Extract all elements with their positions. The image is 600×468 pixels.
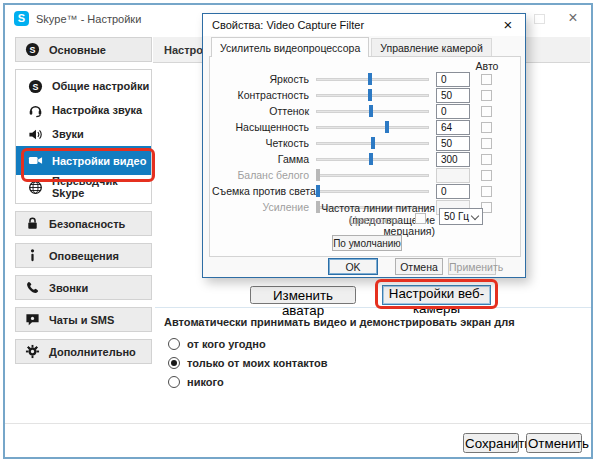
colorenable-checkbox[interactable] xyxy=(415,213,426,224)
sidebar-item-sounds[interactable]: Звуки xyxy=(16,122,151,146)
radio-button[interactable] xyxy=(168,357,180,369)
sidebar-item-label: Переводчик Skype xyxy=(52,175,151,199)
radio-label: от кого угодно xyxy=(187,338,266,350)
slider-gamma[interactable] xyxy=(316,152,429,166)
sidebar-item-video-settings[interactable]: Настройки видео xyxy=(16,146,151,175)
radio-option-no-one[interactable]: никого xyxy=(168,374,328,390)
dialog-title-bar: Свойства: Video Capture Filter × xyxy=(203,14,525,36)
auto-accept-radio-group: от кого угоднотолько от моих контактовни… xyxy=(168,336,328,393)
slider-row-backlight-comp: Съемка против света0 xyxy=(212,183,520,199)
slider-thumb[interactable] xyxy=(385,121,389,133)
slider-thumb[interactable] xyxy=(316,185,320,197)
sidebar-subpanel: SОбщие настройкиНастройка звукаЗвукиНаст… xyxy=(15,69,152,204)
sidebar-item-calls[interactable]: Звонки xyxy=(15,275,152,300)
change-avatar-button[interactable]: Изменить аватар xyxy=(250,286,356,304)
slider-label: Оттенок xyxy=(212,105,316,117)
tab-video-proc-amp[interactable]: Усилитель видеопроцессора xyxy=(211,37,369,57)
slider-track xyxy=(316,190,429,193)
slider-contrast[interactable] xyxy=(316,88,429,102)
slider-value-hue[interactable]: 0 xyxy=(436,104,470,119)
radio-option-anyone[interactable]: от кого угодно xyxy=(168,336,328,352)
auto-checkbox-contrast[interactable] xyxy=(481,90,492,101)
sidebar-item-chats-sms[interactable]: Чаты и SMS xyxy=(15,307,152,332)
slider-saturation[interactable] xyxy=(316,120,429,134)
slider-value-brightness[interactable]: 0 xyxy=(436,72,470,87)
video-capture-filter-dialog: Свойства: Video Capture Filter × Усилите… xyxy=(202,13,526,278)
slider-thumb[interactable] xyxy=(368,73,372,85)
auto-accept-title: Автоматически принимать видео и демонстр… xyxy=(164,316,515,328)
dialog-close-button[interactable]: × xyxy=(499,16,517,33)
slider-row-contrast: Контрастность50 xyxy=(212,87,520,103)
radio-button[interactable] xyxy=(168,338,180,350)
slider-label: Насыщенность xyxy=(212,121,316,133)
sidebar-item-skype-translator[interactable]: Переводчик Skype xyxy=(16,175,151,199)
slider-backlight-comp[interactable] xyxy=(316,184,429,198)
auto-checkbox-backlight-comp[interactable] xyxy=(481,186,492,197)
slider-value-sharpness[interactable]: 50 xyxy=(436,136,470,151)
radio-option-contacts-only[interactable]: только от моих контактов xyxy=(168,355,328,371)
slider-value-contrast[interactable]: 50 xyxy=(436,88,470,103)
sidebar-item-label: Общие настройки xyxy=(52,80,149,92)
slider-value-gamma[interactable]: 300 xyxy=(436,152,470,167)
slider-value-saturation[interactable]: 64 xyxy=(436,120,470,135)
slider-label: Усиление xyxy=(212,201,316,213)
slider-thumb[interactable] xyxy=(369,105,373,117)
window-title: Skype™ - Настройки xyxy=(36,13,141,25)
default-button[interactable]: По умолчанию xyxy=(332,235,402,251)
slider-label: Яркость xyxy=(212,73,316,85)
auto-checkbox-hue[interactable] xyxy=(481,106,492,117)
dialog-cancel-button[interactable]: Отмена xyxy=(395,258,443,275)
auto-checkbox-brightness[interactable] xyxy=(481,74,492,85)
cancel-button[interactable]: Отменить xyxy=(526,433,582,453)
webcam-settings-button[interactable]: Настройки веб-камеры xyxy=(382,285,491,305)
slider-row-brightness: Яркость0 xyxy=(212,71,520,87)
skype-logo-icon: S xyxy=(14,11,29,26)
auto-checkbox-gamma[interactable] xyxy=(481,154,492,165)
sidebar-item-label: Звонки xyxy=(49,282,88,294)
chat-icon xyxy=(25,312,40,327)
slider-rows: Яркость0Контрастность50Оттенок0Насыщенно… xyxy=(212,71,520,215)
slider-value-backlight-comp[interactable]: 0 xyxy=(436,184,470,199)
sidebar-item-label: Звуки xyxy=(52,128,84,140)
video-camera-icon xyxy=(28,153,43,168)
slider-row-hue: Оттенок0 xyxy=(212,103,520,119)
slider-label: Четкость xyxy=(212,137,316,149)
slider-hue[interactable] xyxy=(316,104,429,118)
headset-icon xyxy=(28,103,43,118)
maximize-icon[interactable] xyxy=(534,14,545,24)
globe-icon xyxy=(28,180,43,195)
sidebar-item-label: Дополнительно xyxy=(49,346,136,358)
slider-brightness[interactable] xyxy=(316,72,429,86)
slider-label: Гамма xyxy=(212,153,316,165)
powerline-frequency-select[interactable]: 50 Гц xyxy=(439,208,483,225)
radio-label: никого xyxy=(187,376,224,388)
sidebar-item-label: Чаты и SMS xyxy=(49,314,114,326)
slider-thumb[interactable] xyxy=(368,89,372,101)
slider-label: Контрастность xyxy=(212,89,316,101)
tab-camera-control[interactable]: Управление камерой xyxy=(371,38,492,56)
slider-track xyxy=(316,94,429,97)
sidebar-item-label: Настройки видео xyxy=(52,155,146,167)
slider-row-white-balance: Баланс белого xyxy=(212,167,520,183)
sidebar-item-notifications[interactable]: Оповещения xyxy=(15,243,152,268)
sidebar-item-label: Безопасность xyxy=(49,218,125,230)
slider-sharpness[interactable] xyxy=(316,136,429,150)
sidebar-item-general[interactable]: SОсновные xyxy=(15,37,152,62)
save-button[interactable]: Сохранить xyxy=(463,433,519,453)
auto-checkbox-saturation[interactable] xyxy=(481,122,492,133)
auto-checkbox-white-balance[interactable] xyxy=(481,170,492,181)
sidebar-item-advanced[interactable]: Дополнительно xyxy=(15,339,152,364)
slider-thumb[interactable] xyxy=(371,137,375,149)
radio-button[interactable] xyxy=(168,376,180,388)
slider-row-saturation: Насыщенность64 xyxy=(212,119,520,135)
slider-thumb[interactable] xyxy=(369,153,373,165)
sidebar-item-audio-settings[interactable]: Настройка звука xyxy=(16,98,151,122)
window-close-button[interactable]: × xyxy=(561,8,585,28)
sidebar-item-general-settings[interactable]: SОбщие настройки xyxy=(16,74,151,98)
svg-text:S: S xyxy=(30,45,36,55)
auto-checkbox-sharpness[interactable] xyxy=(481,138,492,149)
slider-value-white-balance xyxy=(436,168,470,183)
sidebar-item-security[interactable]: Безопасность xyxy=(15,211,152,236)
apply-button[interactable]: Применить xyxy=(448,258,496,275)
ok-button[interactable]: OK xyxy=(328,258,378,275)
